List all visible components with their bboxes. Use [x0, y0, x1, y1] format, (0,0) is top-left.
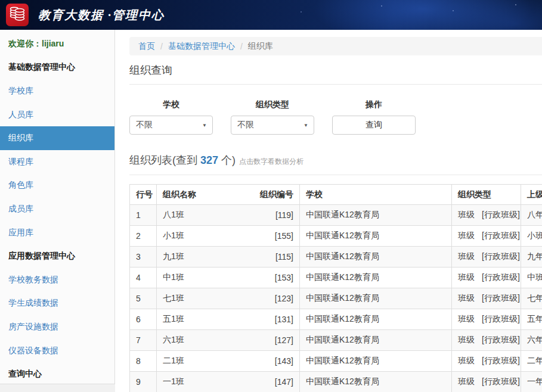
cell-org-name-code: 八1班[119] — [157, 205, 300, 226]
breadcrumb: 首页 / 基础数据管理中心 / 组织库 — [129, 37, 542, 55]
cell-row-no: 7 — [130, 330, 157, 351]
cell-org-type: 班级[行政班级] — [452, 226, 521, 247]
cell-row-no: 3 — [130, 247, 157, 267]
table-row: 9 一1班[147] 中国联通K12教育局 班级[行政班级] 一年 — [130, 372, 542, 392]
org-type: 班级 — [458, 210, 475, 219]
org-type-select[interactable]: 不限 ▼ — [231, 116, 314, 135]
header-org-type: 组织类型 — [452, 185, 521, 205]
org-name: 中1班 — [163, 272, 184, 283]
organization-table: 行号 组织名称 组织编号 学校 组织类型 上级 1 八1班[119] 中国联通K… — [129, 184, 542, 392]
cell-row-no: 1 — [130, 205, 157, 226]
cell-school: 中国联通K12教育局 — [300, 226, 452, 247]
cell-parent-org: 六年 — [521, 330, 542, 351]
sidebar-item-property-facilities[interactable]: 房产设施数据 — [0, 315, 114, 339]
breadcrumb-separator: / — [160, 42, 163, 51]
cell-school: 中国联通K12教育局 — [300, 309, 452, 330]
school-filter-label: 学校 — [129, 99, 213, 110]
sidebar: 欢迎你：lijiaru 基础数据管理中心 学校库 人员库 组织库 课程库 角色库… — [0, 30, 115, 384]
cell-org-name-code: 中1班[153] — [157, 267, 300, 288]
org-type: 班级 — [458, 272, 475, 282]
org-type-filter: 组织类型 不限 ▼ — [231, 99, 314, 135]
query-button[interactable]: 查询 — [332, 116, 416, 135]
cell-school: 中国联通K12教育局 — [300, 372, 452, 392]
org-code: [153] — [275, 273, 293, 282]
org-type: 班级 — [458, 293, 475, 303]
app-title: 教育大数据 ·管理中心 — [38, 7, 165, 23]
header-school: 学校 — [300, 185, 452, 205]
cell-org-name-code: 五1班[131] — [157, 309, 300, 330]
sidebar-item-course-db[interactable]: 课程库 — [0, 150, 114, 174]
cell-parent-org: 七年 — [521, 288, 542, 309]
cell-row-no: 6 — [130, 309, 157, 330]
org-name: 八1班 — [163, 210, 184, 220]
header-org-name-code: 组织名称 组织编号 — [157, 185, 300, 205]
breadcrumb-current: 组织库 — [248, 41, 273, 52]
org-code: [115] — [275, 252, 293, 262]
org-type-tag: [行政班级] — [482, 356, 520, 365]
cell-org-type: 班级[行政班级] — [452, 205, 521, 226]
chevron-down-icon: ▼ — [202, 123, 207, 128]
sidebar-item-personnel-db[interactable]: 人员库 — [0, 103, 114, 127]
filter-form: 学校 不限 ▼ 组织类型 不限 ▼ 操作 查询 — [129, 99, 542, 135]
sidebar-item-application-db[interactable]: 应用库 — [0, 221, 114, 245]
cell-org-name-code: 小1班[155] — [157, 226, 300, 247]
org-type-tag: [行政班级] — [482, 210, 520, 219]
org-type: 班级 — [458, 335, 475, 344]
school-select-value: 不限 — [136, 120, 153, 130]
breadcrumb-separator: / — [240, 42, 243, 51]
page-title: 组织查询 — [129, 63, 542, 85]
org-name: 七1班 — [163, 293, 184, 304]
action-label: 操作 — [332, 99, 416, 110]
org-count[interactable]: 327 — [200, 154, 218, 166]
cell-school: 中国联通K12教育局 — [300, 330, 452, 351]
sidebar-item-instrument-equipment[interactable]: 仪器设备数据 — [0, 339, 114, 363]
org-code: [131] — [275, 315, 293, 324]
cell-org-type: 班级[行政班级] — [452, 247, 521, 267]
cell-parent-org: 一年 — [521, 372, 542, 392]
cell-school: 中国联通K12教育局 — [300, 288, 452, 309]
cell-org-type: 班级[行政班级] — [452, 309, 521, 330]
org-list-title-suffix: 个) — [218, 154, 236, 166]
table-row: 6 五1班[131] 中国联通K12教育局 班级[行政班级] 五年 — [130, 309, 542, 330]
table-row: 2 小1班[155] 中国联通K12教育局 班级[行政班级] 小班 — [130, 226, 542, 247]
school-select[interactable]: 不限 ▼ — [129, 116, 213, 135]
org-type-tag: [行政班级] — [482, 231, 520, 240]
org-code: [127] — [275, 335, 293, 345]
sidebar-item-member-db[interactable]: 成员库 — [0, 197, 114, 221]
breadcrumb-home[interactable]: 首页 — [138, 41, 155, 52]
org-type-select-value: 不限 — [237, 120, 254, 130]
org-type-tag: [行政班级] — [482, 293, 520, 303]
sidebar-item-role-db[interactable]: 角色库 — [0, 174, 114, 198]
org-name: 九1班 — [163, 251, 184, 262]
sidebar-item-school-db[interactable]: 学校库 — [0, 79, 114, 103]
cell-org-type: 班级[行政班级] — [452, 372, 521, 392]
sidebar-item-student-scores[interactable]: 学生成绩数据 — [0, 292, 114, 316]
cell-parent-org: 八年 — [521, 205, 542, 226]
main-content: 首页 / 基础数据管理中心 / 组织库 组织查询 学校 不限 ▼ 组织类型 不限… — [129, 30, 542, 392]
org-type: 班级 — [458, 251, 475, 261]
table-row: 4 中1班[153] 中国联通K12教育局 班级[行政班级] 中班 — [130, 267, 542, 288]
sidebar-item-school-affairs[interactable]: 学校教务数据 — [0, 268, 114, 292]
org-name: 一1班 — [163, 377, 184, 387]
org-name: 小1班 — [163, 231, 184, 241]
cell-parent-org: 五年 — [521, 309, 542, 330]
org-list-title-prefix: 组织列表(查到 — [129, 154, 200, 166]
org-type: 班级 — [458, 356, 475, 365]
org-code: [155] — [275, 231, 293, 241]
breadcrumb-basic-data-center[interactable]: 基础数据管理中心 — [168, 41, 235, 52]
org-list-hint: 点击数字看数据分析 — [239, 157, 303, 166]
cell-parent-org: 小班 — [521, 226, 542, 247]
table-row: 3 九1班[115] 中国联通K12教育局 班级[行政班级] 九年 — [130, 247, 542, 267]
app-logo[interactable] — [6, 4, 29, 26]
cell-parent-org: 二年 — [521, 351, 542, 372]
table-row: 1 八1班[119] 中国联通K12教育局 班级[行政班级] 八年 — [130, 205, 542, 226]
org-code: [143] — [275, 356, 293, 366]
org-type-filter-label: 组织类型 — [231, 99, 314, 110]
org-name: 五1班 — [163, 314, 184, 325]
header-row-no: 行号 — [130, 185, 157, 205]
cell-org-name-code: 一1班[147] — [157, 372, 300, 392]
cell-row-no: 5 — [130, 288, 157, 309]
cell-org-name-code: 二1班[143] — [157, 351, 300, 372]
sidebar-item-organization-db[interactable]: 组织库 — [0, 126, 114, 150]
sidebar-section-app-data: 应用数据管理中心 — [0, 244, 114, 268]
